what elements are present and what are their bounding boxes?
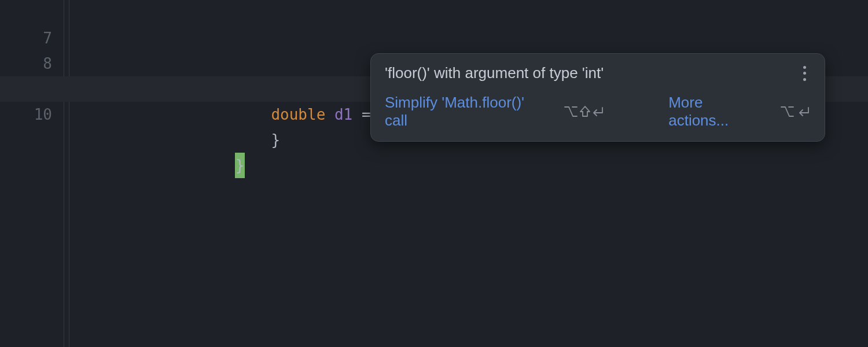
shortcut-opt-enter: [781, 104, 811, 119]
line-number: 10: [0, 102, 52, 127]
token-operator: =: [362, 106, 371, 123]
token-brace-matched: }: [235, 153, 245, 178]
code-editor[interactable]: 7 int i = 2; 8 double d1 = Math.floor(i)…: [0, 0, 868, 347]
inspection-actions: Simplify 'Math.floor()' call: [385, 94, 811, 130]
simplify-action[interactable]: Simplify 'Math.floor()' call: [385, 94, 605, 130]
inspection-title: 'floor()' with argument of type 'int': [385, 64, 604, 82]
action-label: More actions...: [668, 94, 767, 130]
action-label: Simplify 'Math.floor()' call: [385, 94, 550, 130]
token-identifier: d1: [334, 106, 352, 123]
more-actions[interactable]: More actions...: [668, 94, 811, 130]
inspection-popup: 'floor()' with argument of type 'int' Si…: [370, 53, 825, 142]
code-line[interactable]: 7 int i = 2;: [0, 0, 868, 25]
token-brace: }: [271, 131, 280, 149]
shortcut-opt-shift-enter: [564, 104, 605, 119]
more-vert-icon[interactable]: [798, 66, 811, 81]
code-line[interactable]: 8 double d1 = Math.floor(i);: [0, 25, 868, 51]
code-indent: [126, 157, 235, 174]
inspection-title-row: 'floor()' with argument of type 'int': [385, 64, 811, 82]
